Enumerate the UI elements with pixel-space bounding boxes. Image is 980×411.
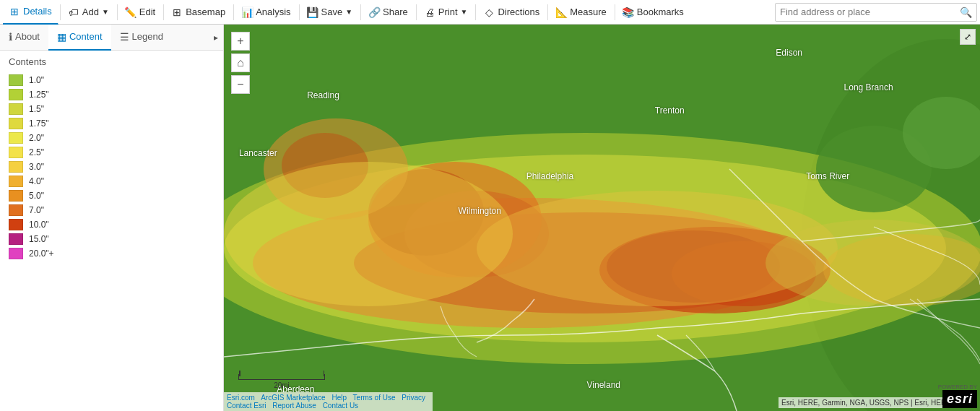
measure-button[interactable]: 📐 Measure [550, 0, 613, 25]
legend-swatch [9, 132, 23, 144]
powered-by-text: POWERED BY [938, 384, 977, 390]
legend-swatch [9, 89, 23, 100]
print-icon: 🖨 [424, 7, 435, 18]
legend-item: 1.75" [0, 116, 223, 131]
legend-item: 20.0"+ [0, 246, 223, 261]
edit-button[interactable]: ✏️ Edit [119, 0, 162, 25]
directions-label: Directions [498, 7, 539, 17]
separator-6 [360, 4, 361, 20]
measure-icon: 📐 [555, 7, 567, 18]
marketplace-link[interactable]: ArcGIS Marketplace [261, 394, 325, 402]
legend-item: 4.0" [0, 174, 223, 189]
legend-list: 1.0"1.25"1.5"1.75"2.0"2.5"3.0"4.0"5.0"7.… [0, 70, 223, 411]
legend-item-label: 20.0"+ [29, 248, 54, 259]
tab-content[interactable]: ▦ Content [48, 25, 111, 51]
legend-item-label: 2.0" [29, 133, 44, 143]
legend-swatch [9, 233, 23, 245]
scale-bar: 20mi [238, 374, 325, 389]
legend-item: 7.0" [0, 203, 223, 217]
contact-us-link[interactable]: Contact Us [323, 402, 358, 410]
tab-about[interactable]: ℹ About [0, 25, 48, 51]
search-input[interactable] [780, 7, 957, 17]
directions-button[interactable]: ◇ Directions [477, 0, 546, 25]
esri-link[interactable]: Esri.com [227, 394, 255, 402]
about-icon: ℹ [9, 31, 12, 43]
legend-item: 1.25" [0, 87, 223, 102]
map-area[interactable]: + ⌂ − EdisonLong BranchReadingTrentonLan… [224, 25, 980, 411]
help-link[interactable]: Help [331, 394, 347, 402]
edit-icon: ✏️ [125, 7, 136, 18]
add-icon: 🏷 [68, 7, 79, 18]
report-abuse-link[interactable]: Report Abuse [272, 402, 316, 410]
zoom-in-button[interactable]: + [231, 32, 250, 51]
legend-swatch [9, 161, 23, 173]
legend-item-label: 1.0" [29, 75, 44, 85]
save-icon: 💾 [307, 7, 318, 18]
share-button[interactable]: 🔗 Share [363, 0, 415, 25]
privacy-link[interactable]: Privacy [402, 394, 425, 402]
basemap-icon: ⊞ [171, 7, 183, 18]
share-label: Share [383, 7, 408, 17]
legend-label: Legend [132, 31, 163, 42]
legend-swatch [9, 147, 23, 158]
terms-link[interactable]: Terms of Use [353, 394, 396, 402]
legend-swatch [9, 248, 23, 259]
separator-5 [299, 4, 300, 20]
contact-esri-link[interactable]: Contact Esri [227, 402, 266, 410]
tab-legend[interactable]: ☰ Legend [111, 25, 172, 51]
legend-item-label: 4.0" [29, 176, 44, 186]
separator-4 [233, 4, 234, 20]
print-button[interactable]: 🖨 Print ▼ [418, 0, 474, 25]
panel-collapse-button[interactable]: ▸ [209, 25, 223, 51]
edit-label: Edit [139, 7, 155, 17]
legend-item: 3.0" [0, 160, 223, 174]
svg-point-14 [224, 162, 513, 306]
details-tab[interactable]: ⊞ Details [3, 0, 58, 25]
separator-8 [475, 4, 476, 20]
save-button[interactable]: 💾 Save ▼ [301, 0, 360, 25]
separator-3 [163, 4, 164, 20]
legend-item: 15.0" [0, 232, 223, 246]
about-label: About [15, 31, 40, 42]
basemap-button[interactable]: ⊞ Basemap [165, 0, 232, 25]
save-dropdown-icon: ▼ [345, 8, 352, 16]
legend-swatch [9, 190, 23, 202]
add-label: Add [82, 7, 99, 17]
map-controls: + ⌂ − [231, 32, 250, 94]
scale-bar-line [238, 374, 325, 380]
save-label: Save [321, 7, 343, 17]
bookmarks-button[interactable]: 📚 Bookmarks [617, 0, 690, 25]
legend-item-label: 2.5" [29, 147, 44, 157]
measure-label: Measure [570, 7, 607, 17]
contents-heading: Contents [0, 51, 223, 70]
esri-logo: POWERED BY esri [938, 384, 977, 408]
home-button[interactable]: ⌂ [231, 53, 250, 72]
analysis-button[interactable]: 📊 Analysis [235, 0, 297, 25]
panel-tabs: ℹ About ▦ Content ☰ Legend ▸ [0, 25, 223, 51]
legend-item-label: 1.75" [29, 118, 49, 129]
legend-item-label: 1.25" [29, 90, 49, 100]
directions-icon: ◇ [483, 7, 495, 18]
search-box[interactable]: 🔍 [775, 3, 977, 22]
separator-2 [117, 4, 118, 20]
separator-1 [60, 4, 61, 20]
separator-9 [547, 4, 548, 20]
print-dropdown-icon: ▼ [461, 8, 468, 16]
legend-item: 2.5" [0, 145, 223, 160]
bookmarks-icon: 📚 [623, 7, 634, 18]
legend-item-label: 7.0" [29, 205, 44, 215]
add-dropdown-icon: ▼ [102, 8, 109, 16]
legend-swatch [9, 204, 23, 216]
legend-item: 5.0" [0, 189, 223, 203]
print-label: Print [438, 7, 458, 17]
bottom-links: Esri.com ArcGIS Marketplace Help Terms o… [224, 392, 433, 411]
legend-swatch [9, 118, 23, 129]
share-icon: 🔗 [368, 7, 380, 18]
expand-button[interactable]: ⤢ [960, 29, 976, 45]
separator-7 [416, 4, 417, 20]
add-button[interactable]: 🏷 Add ▼ [62, 0, 116, 25]
zoom-out-button[interactable]: − [231, 75, 250, 94]
separator-10 [615, 4, 615, 20]
main-area: ℹ About ▦ Content ☰ Legend ▸ Contents 1.… [0, 25, 980, 411]
legend-swatch [9, 176, 23, 187]
